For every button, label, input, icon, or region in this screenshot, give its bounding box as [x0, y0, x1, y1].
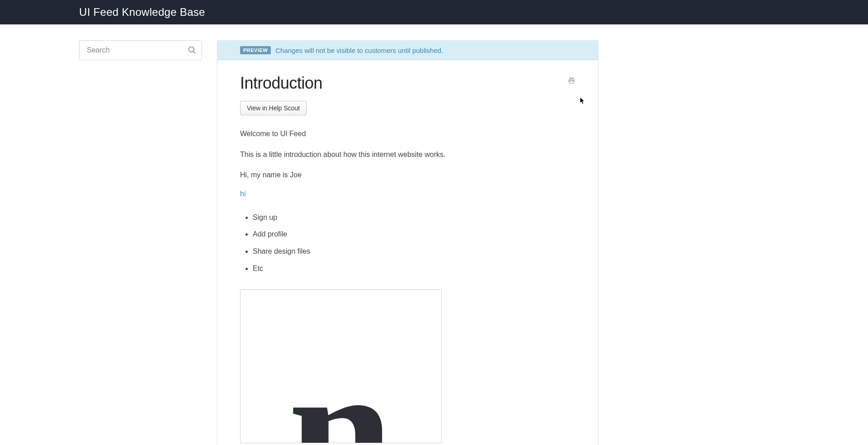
list-item: Etc [253, 260, 576, 277]
list-item: Sign up [253, 209, 576, 226]
search-input[interactable] [79, 40, 202, 60]
svg-rect-2 [569, 77, 574, 79]
preview-banner: PREVIEW Changes will not be visible to c… [217, 41, 598, 60]
print-icon[interactable] [567, 76, 576, 85]
article-card: PREVIEW Changes will not be visible to c… [217, 40, 599, 445]
article-title: Introduction [240, 74, 576, 93]
view-helpscout-button[interactable]: View in Help Scout [240, 101, 307, 115]
main-container: PREVIEW Changes will not be visible to c… [0, 24, 868, 445]
article-list: Sign up Add profile Share design files E… [240, 209, 576, 277]
preview-badge: PREVIEW [240, 46, 271, 54]
logo-glyph: n [288, 374, 394, 443]
page-header: UI Feed Knowledge Base [0, 0, 868, 24]
article-image: n [240, 289, 442, 443]
svg-rect-4 [570, 81, 574, 84]
svg-line-1 [193, 52, 196, 54]
article-paragraph: This is a little introduction about how … [240, 149, 576, 161]
list-item: Share design files [253, 243, 576, 260]
site-title: UI Feed Knowledge Base [79, 6, 205, 19]
sidebar [0, 40, 217, 445]
svg-point-0 [189, 47, 194, 52]
article-paragraph: Welcome to UI Feed [240, 128, 576, 140]
search-icon[interactable] [188, 46, 197, 55]
list-item: Add profile [253, 226, 576, 243]
search-wrapper [79, 40, 202, 60]
preview-message: Changes will not be visible to customers… [275, 47, 443, 54]
article-paragraph: Hi, my name is Joe [240, 169, 576, 181]
article-link[interactable]: hi [240, 190, 245, 198]
article-body: Introduction View in Help Scout Welcome … [217, 60, 598, 445]
